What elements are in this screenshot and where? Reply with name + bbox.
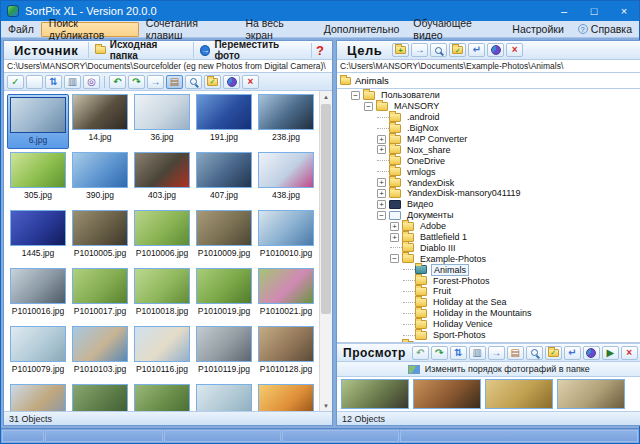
thumbnail-438.jpg[interactable]: 438.jpg bbox=[255, 152, 317, 207]
tree-item-battlefield-1[interactable]: +Battlefield 1 bbox=[337, 232, 640, 243]
target-path-bar[interactable]: C:\Users\MANSORY\Documents\Example-Photo… bbox=[337, 60, 640, 73]
move-photo-icon[interactable]: → bbox=[411, 43, 428, 57]
thumbnail-row6-28[interactable] bbox=[193, 384, 255, 411]
photo-image[interactable] bbox=[196, 326, 252, 362]
photo-image[interactable] bbox=[10, 152, 66, 188]
photo-image[interactable] bbox=[134, 152, 190, 188]
photo-report-icon[interactable]: ▤ bbox=[507, 346, 524, 360]
thumbnail-P1010005.jpg[interactable]: P1010005.jpg bbox=[69, 210, 131, 265]
tree-item-holiday-at-the-sea[interactable]: Holiday at the Sea bbox=[337, 297, 640, 308]
photo-image[interactable] bbox=[134, 268, 190, 304]
new-folder-icon[interactable]: + bbox=[392, 43, 409, 57]
tree-item-adobe[interactable]: +Adobe bbox=[337, 221, 640, 232]
photo-image[interactable] bbox=[10, 384, 66, 411]
photo-image[interactable] bbox=[196, 210, 252, 246]
menu-item-help[interactable]: ? Справка bbox=[571, 22, 639, 37]
undo-icon[interactable]: ↶ bbox=[109, 75, 126, 89]
collapse-icon[interactable]: − bbox=[364, 102, 373, 111]
return-arrow-icon[interactable]: ↵ bbox=[564, 346, 581, 360]
undo-icon[interactable]: ↶ bbox=[412, 346, 429, 360]
tree-item-example-photos[interactable]: −Example-Photos bbox=[337, 253, 640, 264]
menu-item-hotkeys[interactable]: Сочетания клавиш bbox=[139, 22, 239, 37]
photo-image[interactable] bbox=[196, 268, 252, 304]
deselect-all-icon[interactable] bbox=[26, 75, 43, 89]
photo-image[interactable] bbox=[258, 210, 314, 246]
thumbnail-row6-27[interactable] bbox=[131, 384, 193, 411]
photo-image[interactable] bbox=[72, 326, 128, 362]
photo-image[interactable] bbox=[10, 97, 66, 133]
photo-image[interactable] bbox=[134, 94, 190, 130]
thumbnail-row6-29[interactable] bbox=[255, 384, 317, 411]
thumbnail-P1010009.jpg[interactable]: P1010009.jpg bbox=[193, 210, 255, 265]
thumbnail-407.jpg[interactable]: 407.jpg bbox=[193, 152, 255, 207]
tree-item-animals[interactable]: Animals bbox=[337, 264, 640, 275]
photo-image[interactable] bbox=[72, 152, 128, 188]
sort-order-icon[interactable]: ⇅ bbox=[45, 75, 62, 89]
collapse-icon[interactable]: − bbox=[377, 211, 386, 220]
tree-item-видео[interactable]: +Видео bbox=[337, 199, 640, 210]
photo-image[interactable] bbox=[134, 210, 190, 246]
scroll-up-icon[interactable]: ▲ bbox=[323, 91, 329, 102]
scroll-down-icon[interactable]: ▼ bbox=[323, 400, 329, 411]
tree-item--android[interactable]: .android bbox=[337, 112, 640, 123]
photo-image[interactable] bbox=[10, 210, 66, 246]
photo-report-icon[interactable]: ▤ bbox=[166, 75, 183, 89]
tree-item-vmlogs[interactable]: vmlogs bbox=[337, 166, 640, 177]
thumbnail-6.jpg[interactable]: 6.jpg bbox=[7, 94, 69, 149]
tree-item-log-files[interactable]: Log Files bbox=[337, 340, 640, 342]
tree-item-fruit[interactable]: Fruit bbox=[337, 286, 640, 297]
collapse-icon[interactable]: − bbox=[390, 254, 399, 263]
search-icon[interactable] bbox=[430, 43, 447, 57]
help-question-button[interactable]: ? bbox=[311, 43, 328, 58]
expand-icon[interactable]: + bbox=[377, 178, 386, 187]
menu-item-duplicate-search[interactable]: Поиск дубликатов bbox=[41, 22, 139, 37]
photo-image[interactable] bbox=[72, 384, 128, 411]
expand-icon[interactable]: + bbox=[377, 200, 386, 209]
thumbnail-P1010016.jpg[interactable]: P1010016.jpg bbox=[7, 268, 69, 323]
tree-item-holiday-venice[interactable]: Holiday Venice bbox=[337, 319, 640, 330]
maximize-button[interactable]: □ bbox=[579, 1, 609, 21]
tree-item-nox-share[interactable]: +Nox_share bbox=[337, 144, 640, 155]
photo-image[interactable] bbox=[72, 94, 128, 130]
thumbnail-P1010079.jpg[interactable]: P1010079.jpg bbox=[7, 326, 69, 381]
move-photos-button[interactable]: → Переместить фото bbox=[193, 42, 307, 58]
return-arrow-icon[interactable]: ↵ bbox=[468, 43, 485, 57]
menu-item-advanced[interactable]: Дополнительно bbox=[317, 22, 407, 37]
tree-item-sport-photos[interactable]: Sport-Photos bbox=[337, 330, 640, 341]
thumbnail-191.jpg[interactable]: 191.jpg bbox=[193, 94, 255, 149]
select-all-icon[interactable]: ✓ bbox=[7, 75, 24, 89]
tree-item-yandexdisk-mansory041119[interactable]: +YandexDisk-mansory041119 bbox=[337, 188, 640, 199]
expand-icon[interactable]: + bbox=[377, 145, 386, 154]
tree-item-документы[interactable]: −Документы bbox=[337, 210, 640, 221]
tree-item-mansory[interactable]: −MANSORY bbox=[337, 101, 640, 112]
expand-icon[interactable]: + bbox=[377, 135, 386, 144]
move-photo-icon[interactable]: → bbox=[488, 346, 505, 360]
thumbnail-403.jpg[interactable]: 403.jpg bbox=[131, 152, 193, 207]
reorder-photos-button[interactable]: Изменить порядок фотографий в папке bbox=[337, 362, 640, 377]
tree-item-holiday-in-the-mountains[interactable]: Holiday in the Mountains bbox=[337, 308, 640, 319]
thumbnail-P1010018.jpg[interactable]: P1010018.jpg bbox=[131, 268, 193, 323]
redo-icon[interactable]: ↷ bbox=[431, 346, 448, 360]
photo-image[interactable] bbox=[196, 384, 252, 411]
thumbnail-P1010116.jpg[interactable]: P1010116.jpg bbox=[131, 326, 193, 381]
scrollbar-thumb[interactable] bbox=[321, 104, 331, 314]
move-photo-icon[interactable]: → bbox=[147, 75, 164, 89]
menu-item-file[interactable]: Файл bbox=[1, 22, 41, 37]
thumbnail-P1010006.jpg[interactable]: P1010006.jpg bbox=[131, 210, 193, 265]
folder-ok-icon[interactable]: ✓ bbox=[545, 346, 562, 360]
preview-thumbnail-1[interactable] bbox=[341, 379, 409, 409]
thumbnail-P1010128.jpg[interactable]: P1010128.jpg bbox=[255, 326, 317, 381]
photo-image[interactable] bbox=[258, 384, 314, 411]
photo-image[interactable] bbox=[10, 326, 66, 362]
photo-image[interactable] bbox=[196, 94, 252, 130]
folder-ok-icon[interactable]: ✓ bbox=[204, 75, 221, 89]
menu-item-settings[interactable]: Настройки bbox=[505, 22, 571, 37]
photo-image[interactable] bbox=[258, 94, 314, 130]
delete-icon[interactable]: × bbox=[242, 75, 259, 89]
menu-item-fullscreen[interactable]: На весь экран bbox=[238, 22, 316, 37]
slideshow-icon[interactable]: ▶ bbox=[602, 346, 619, 360]
sort-order-icon[interactable]: ⇅ bbox=[450, 346, 467, 360]
thumbnail-P1010019.jpg[interactable]: P1010019.jpg bbox=[193, 268, 255, 323]
thumbnail-390.jpg[interactable]: 390.jpg bbox=[69, 152, 131, 207]
collapse-icon[interactable]: − bbox=[351, 91, 360, 100]
